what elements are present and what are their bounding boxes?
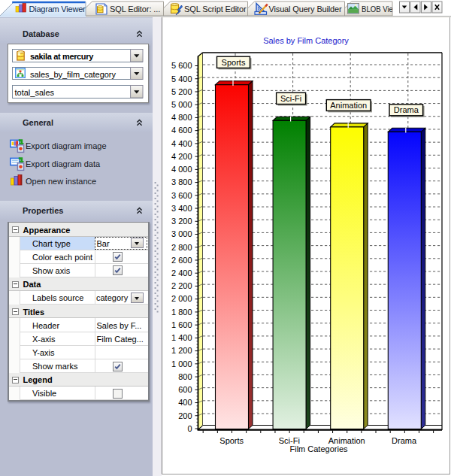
svg-text:Animation: Animation — [330, 101, 367, 110]
svg-text:Sales by Film Category: Sales by Film Category — [263, 36, 349, 45]
svg-text:200: 200 — [178, 411, 192, 420]
svg-text:3 200: 3 200 — [171, 217, 192, 226]
svg-text:5 200: 5 200 — [171, 87, 192, 96]
svg-text:4 000: 4 000 — [171, 165, 192, 174]
svg-text:400: 400 — [178, 398, 192, 407]
svg-text:5 400: 5 400 — [171, 74, 192, 83]
svg-text:Animation: Animation — [328, 436, 365, 445]
svg-text:2 600: 2 600 — [171, 256, 192, 265]
svg-text:Sports: Sports — [222, 58, 246, 67]
svg-text:1 800: 1 800 — [171, 308, 192, 317]
svg-text:4 800: 4 800 — [171, 113, 192, 122]
svg-text:Drama: Drama — [392, 436, 417, 445]
svg-text:1 600: 1 600 — [171, 320, 192, 329]
svg-text:Sci-Fi: Sci-Fi — [280, 94, 301, 103]
svg-text:1 400: 1 400 — [171, 333, 192, 342]
svg-text:Sci-Fi: Sci-Fi — [279, 436, 300, 445]
svg-text:0: 0 — [187, 424, 192, 433]
svg-text:3 600: 3 600 — [171, 191, 192, 200]
svg-text:Film Categories: Film Categories — [289, 444, 348, 453]
svg-text:Sports: Sports — [219, 436, 244, 445]
svg-text:4 200: 4 200 — [171, 152, 192, 161]
svg-text:5 600: 5 600 — [171, 61, 192, 70]
svg-text:Drama: Drama — [394, 105, 419, 114]
svg-text:5 000: 5 000 — [171, 100, 192, 109]
svg-text:3 400: 3 400 — [171, 204, 192, 213]
svg-text:800: 800 — [178, 372, 192, 381]
svg-text:3 000: 3 000 — [171, 229, 192, 238]
svg-text:2 400: 2 400 — [171, 268, 192, 277]
svg-text:2 000: 2 000 — [171, 294, 192, 303]
svg-text:2 200: 2 200 — [171, 281, 192, 290]
svg-text:1 200: 1 200 — [171, 346, 192, 355]
svg-text:2 800: 2 800 — [171, 243, 192, 252]
svg-text:3 800: 3 800 — [171, 177, 192, 186]
svg-text:4 400: 4 400 — [171, 139, 192, 148]
svg-text:4 600: 4 600 — [171, 126, 192, 135]
svg-text:600: 600 — [178, 385, 192, 394]
svg-text:1 000: 1 000 — [171, 359, 192, 368]
